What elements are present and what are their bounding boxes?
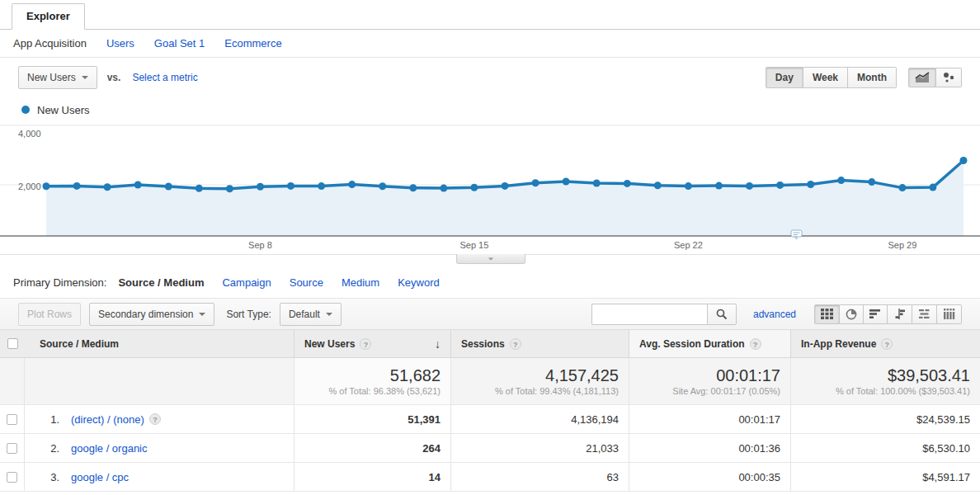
help-icon[interactable]: ?: [360, 338, 371, 350]
header-avg-session-duration[interactable]: Avg. Session Duration ?: [629, 330, 790, 358]
help-icon[interactable]: ?: [750, 338, 761, 350]
row-number: 2.: [35, 442, 59, 455]
row-checkbox[interactable]: [7, 414, 17, 425]
primary-dimension-keyword[interactable]: Keyword: [398, 276, 440, 289]
source-medium-link[interactable]: google / organic: [71, 442, 148, 455]
data-view-button[interactable]: [814, 304, 840, 324]
select-a-metric-link[interactable]: Select a metric: [132, 72, 197, 83]
row-checkbox-cell: [0, 434, 25, 463]
vs-label: vs.: [107, 72, 121, 83]
tab-bar: Explorer: [0, 0, 980, 30]
y-axis-tick-4000: 4,000: [18, 129, 41, 139]
cell-revenue: $24,539.15: [790, 405, 980, 434]
row-checkbox[interactable]: [7, 443, 17, 454]
primary-dimension-source[interactable]: Source: [290, 276, 323, 289]
cell-sessions: 63: [450, 463, 629, 492]
timeseries-chart: 4,000 2,000 Sep 8Sep 15Sep 22Sep 29: [0, 122, 980, 266]
chart-controls: New Users vs. Select a metric Day Week M…: [0, 58, 980, 97]
motion-chart-view-button[interactable]: [936, 68, 962, 87]
cell-revenue: $6,530.10: [790, 434, 980, 463]
primary-dimension-medium[interactable]: Medium: [342, 276, 379, 289]
plot-rows-button[interactable]: Plot Rows: [18, 303, 81, 326]
line-chart-icon: [915, 72, 930, 83]
header-avg-session-duration-label: Avg. Session Duration: [639, 338, 745, 350]
advanced-search-link[interactable]: advanced: [753, 309, 796, 320]
chart-canvas: [0, 122, 980, 238]
summary-revenue-value: $39,503.41: [888, 366, 970, 384]
row-checkbox[interactable]: [7, 472, 17, 483]
primary-dimension-label: Primary Dimension:: [13, 276, 106, 289]
summary-new-users-value: 51,682: [390, 366, 441, 384]
header-checkbox-cell: [0, 330, 25, 358]
source-medium-link[interactable]: (direct) / (none): [71, 413, 144, 426]
chart-legend: New Users: [0, 97, 980, 122]
row-checkbox-cell: [0, 405, 25, 434]
row-checkbox-cell: [0, 463, 25, 492]
granularity-month-button[interactable]: Month: [848, 67, 897, 88]
cell-new-users: 51,391: [294, 405, 450, 434]
subnav-app-acquisition[interactable]: App Acquisition: [13, 37, 87, 50]
select-all-checkbox[interactable]: [7, 338, 18, 349]
summary-avg-duration-subtext: Site Avg: 00:01:17 (0.05%): [672, 386, 780, 396]
granularity-day-button[interactable]: Day: [766, 67, 803, 88]
cell-sessions: 21,033: [450, 434, 629, 463]
help-icon[interactable]: ?: [149, 413, 161, 425]
pivot-view-button[interactable]: [937, 304, 962, 324]
row-number: 1.: [35, 413, 59, 426]
chart-collapse-handle[interactable]: [456, 254, 525, 264]
sort-type-dropdown[interactable]: Default: [280, 303, 342, 326]
header-new-users[interactable]: New Users ? ↓: [294, 330, 450, 358]
metric-selector-label: New Users: [27, 72, 76, 83]
table-row-source: 3. google / cpc: [25, 463, 294, 492]
line-chart-view-button[interactable]: [908, 68, 936, 87]
tab-explorer[interactable]: Explorer: [12, 3, 85, 30]
summary-new-users: 51,682 % of Total: 96.38% (53,621): [294, 358, 450, 405]
cell-avg-duration: 00:01:36: [629, 434, 790, 463]
motion-chart-icon: [942, 72, 955, 83]
report-table: Source / Medium New Users ? ↓ Sessions ?…: [0, 330, 980, 492]
subnav-users[interactable]: Users: [106, 37, 134, 50]
table-toolbar: Plot Rows Secondary dimension Sort Type:…: [0, 298, 980, 330]
granularity-switcher: Day Week Month: [766, 67, 897, 88]
subnav-goal-set-1[interactable]: Goal Set 1: [154, 37, 205, 50]
search-button[interactable]: [707, 304, 737, 325]
term-cloud-icon: [918, 309, 931, 319]
summary-new-users-subtext: % of Total: 96.38% (53,621): [328, 386, 441, 396]
chevron-down-icon: [488, 257, 493, 260]
sort-type-label: Sort Type:: [226, 309, 271, 320]
metric-selector-dropdown[interactable]: New Users: [18, 66, 97, 89]
sort-type-value: Default: [289, 309, 320, 320]
comparison-view-button[interactable]: [888, 304, 912, 324]
source-medium-link[interactable]: google / cpc: [71, 471, 129, 483]
performance-view-button[interactable]: [864, 304, 888, 324]
pie-chart-icon: [846, 309, 857, 320]
bar-chart-icon: [869, 309, 881, 319]
primary-dimension-active[interactable]: Source / Medium: [118, 276, 204, 289]
header-in-app-revenue-label: In-App Revenue: [801, 338, 876, 350]
secondary-dimension-dropdown[interactable]: Secondary dimension: [89, 303, 214, 326]
help-icon[interactable]: ?: [510, 338, 521, 350]
cell-sessions: 4,136,194: [450, 405, 629, 434]
header-in-app-revenue[interactable]: In-App Revenue ?: [790, 330, 980, 358]
header-source-medium[interactable]: Source / Medium: [25, 330, 294, 358]
help-icon[interactable]: ?: [881, 338, 893, 350]
header-source-medium-label: Source / Medium: [40, 338, 119, 350]
granularity-week-button[interactable]: Week: [803, 67, 848, 88]
comparison-icon: [893, 309, 906, 319]
legend-label: New Users: [37, 104, 90, 116]
sort-descending-icon[interactable]: ↓: [435, 337, 441, 351]
term-cloud-view-button[interactable]: [912, 304, 937, 324]
summary-sessions-subtext: % of Total: 99.43% (4,181,113): [495, 386, 619, 396]
summary-revenue: $39,503.41 % of Total: 100.00% ($39,503.…: [790, 358, 980, 405]
percentage-view-button[interactable]: [840, 304, 864, 324]
table-grid-icon: [821, 309, 833, 319]
x-axis-tick: Sep 29: [876, 240, 929, 250]
primary-dimension-bar: Primary Dimension: Source / Medium Campa…: [0, 266, 980, 298]
cell-new-users: 264: [294, 434, 450, 463]
search-input[interactable]: [591, 304, 707, 325]
summary-sessions-value: 4,157,425: [545, 366, 619, 384]
subnav-ecommerce[interactable]: Ecommerce: [224, 37, 281, 50]
header-sessions[interactable]: Sessions ?: [450, 330, 629, 358]
primary-dimension-campaign[interactable]: Campaign: [222, 276, 271, 289]
header-sessions-label: Sessions: [461, 338, 505, 350]
